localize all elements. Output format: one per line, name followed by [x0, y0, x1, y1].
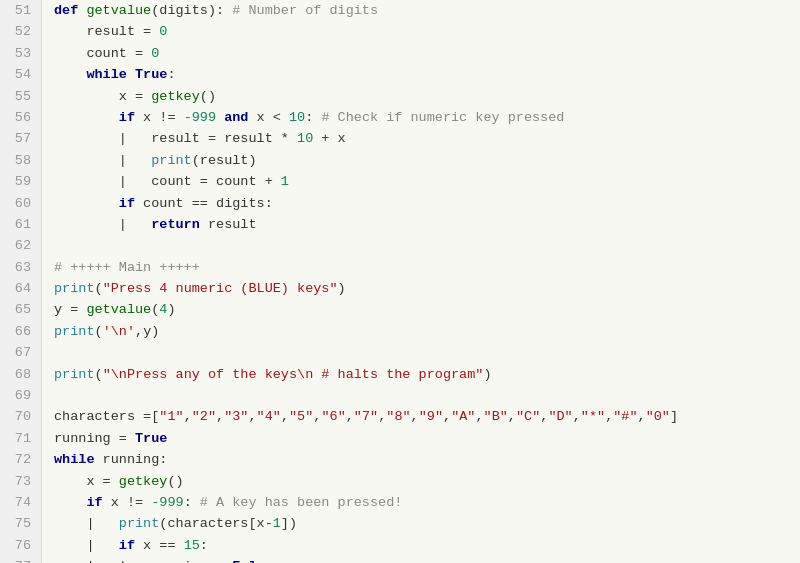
- token-st: "Press 4 numeric (BLUE) keys": [103, 281, 338, 296]
- line-number: 63: [10, 257, 31, 278]
- token-bi: print: [54, 324, 95, 339]
- line-number: 67: [10, 342, 31, 363]
- line-number: 58: [10, 150, 31, 171]
- token-nm: ,: [475, 409, 483, 424]
- token-nm: (characters[x-: [159, 516, 272, 531]
- line-number: 57: [10, 128, 31, 149]
- token-st: "8": [386, 409, 410, 424]
- code-line: while True:: [54, 64, 800, 85]
- token-st: "0": [646, 409, 670, 424]
- code-line: characters =["1","2","3","4","5","6","7"…: [54, 406, 800, 427]
- token-num: -999: [151, 495, 183, 510]
- token-nm: (result): [192, 153, 257, 168]
- token-nm: ,: [281, 409, 289, 424]
- line-number: 70: [10, 406, 31, 427]
- token-nm: ): [167, 302, 175, 317]
- line-number: 53: [10, 43, 31, 64]
- token-st: "4": [257, 409, 281, 424]
- token-num: 1: [281, 174, 289, 189]
- token-st: "6": [321, 409, 345, 424]
- token-st: "7": [354, 409, 378, 424]
- token-nm: |: [54, 217, 151, 232]
- code-line: print("\nPress any of the keys\n # halts…: [54, 364, 800, 385]
- token-nm: ,: [248, 409, 256, 424]
- line-number: 59: [10, 171, 31, 192]
- code-line: [54, 235, 800, 256]
- code-line: if x != -999: # A key has been pressed!: [54, 492, 800, 513]
- token-nm: ,: [411, 409, 419, 424]
- code-line: while running:: [54, 449, 800, 470]
- token-cm: # Check if numeric key pressed: [321, 110, 564, 125]
- code-line: running = True: [54, 428, 800, 449]
- line-number: 77: [10, 556, 31, 563]
- token-nm: [54, 196, 119, 211]
- token-st: "2": [192, 409, 216, 424]
- token-nm: x <: [248, 110, 289, 125]
- token-nm: [216, 110, 224, 125]
- line-number: 51: [10, 0, 31, 21]
- token-nm: result: [200, 217, 257, 232]
- line-number: 66: [10, 321, 31, 342]
- token-num: 0: [151, 46, 159, 61]
- token-fn: getkey: [119, 474, 168, 489]
- token-nm: result =: [54, 24, 159, 39]
- token-nm: ,: [638, 409, 646, 424]
- code-line: if count == digits:: [54, 193, 800, 214]
- code-line: [54, 385, 800, 406]
- token-nm: ,: [573, 409, 581, 424]
- token-nm: :: [305, 110, 321, 125]
- token-kw: return: [151, 217, 200, 232]
- token-nm: ,: [346, 409, 354, 424]
- token-st: "\nPress any of the keys\n # halts the p…: [103, 367, 484, 382]
- token-nm: |: [54, 538, 119, 553]
- token-nm: ): [483, 367, 491, 382]
- token-nm: ,: [184, 409, 192, 424]
- token-st: "3": [224, 409, 248, 424]
- token-nm: [54, 110, 119, 125]
- token-cm: # A key has been pressed!: [200, 495, 403, 510]
- token-kw: if: [119, 196, 135, 211]
- token-nm: ]: [670, 409, 678, 424]
- code-line: y = getvalue(4): [54, 299, 800, 320]
- line-number: 60: [10, 193, 31, 214]
- code-line: def getvalue(digits): # Number of digits: [54, 0, 800, 21]
- code-editor: 5152535455565758596061626364656667686970…: [0, 0, 800, 563]
- line-number: 73: [10, 471, 31, 492]
- token-st: "5": [289, 409, 313, 424]
- token-kw: and: [224, 110, 248, 125]
- token-nm: (: [95, 324, 103, 339]
- token-nm: | | running =: [54, 559, 232, 563]
- code-line: | print(result): [54, 150, 800, 171]
- token-num: 0: [159, 24, 167, 39]
- line-number: 69: [10, 385, 31, 406]
- token-nm: (): [200, 89, 216, 104]
- token-st: "*": [581, 409, 605, 424]
- token-num: -999: [184, 110, 216, 125]
- token-nm: count == digits:: [135, 196, 273, 211]
- token-nm: ,: [508, 409, 516, 424]
- token-nm: [54, 495, 86, 510]
- token-nm: (digits):: [151, 3, 232, 18]
- code-line: | result = result * 10 + x: [54, 128, 800, 149]
- token-cm: # Number of digits: [232, 3, 378, 18]
- token-nm: (): [167, 474, 183, 489]
- token-st: "C": [516, 409, 540, 424]
- code-line: print("Press 4 numeric (BLUE) keys"): [54, 278, 800, 299]
- token-nm: + x: [313, 131, 345, 146]
- token-nm: running =: [54, 431, 135, 446]
- code-line: | | running = False: [54, 556, 800, 563]
- line-number: 54: [10, 64, 31, 85]
- token-fn: getkey: [151, 89, 200, 104]
- token-nm: :: [167, 67, 175, 82]
- token-nm: ,y): [135, 324, 159, 339]
- token-nm: :: [200, 538, 208, 553]
- line-number: 61: [10, 214, 31, 235]
- line-number: 64: [10, 278, 31, 299]
- line-number: 56: [10, 107, 31, 128]
- token-nm: |: [54, 516, 119, 531]
- code-content: def getvalue(digits): # Number of digits…: [42, 0, 800, 563]
- token-st: "B": [484, 409, 508, 424]
- token-kw: def: [54, 3, 86, 18]
- token-bi: print: [54, 281, 95, 296]
- token-kw: if: [86, 495, 102, 510]
